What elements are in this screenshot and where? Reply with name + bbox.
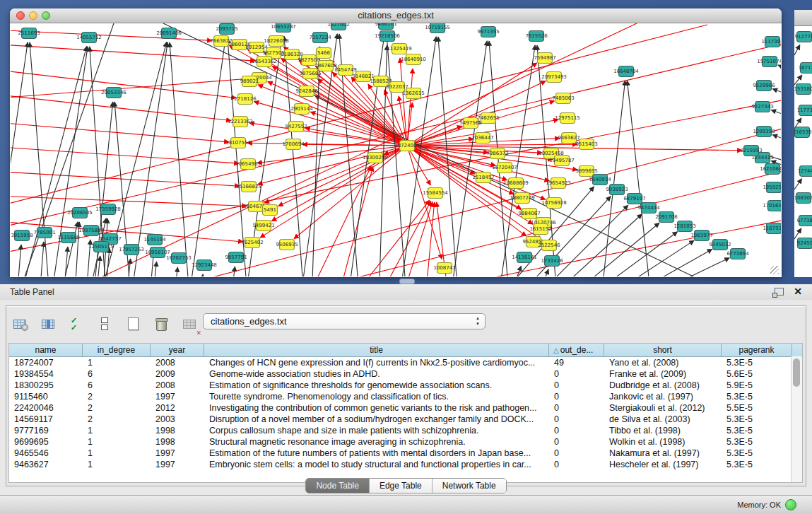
graph-node[interactable]: 18107554 bbox=[225, 138, 251, 148]
graph-node[interactable]: 8427552 bbox=[285, 122, 307, 132]
graph-node[interactable]: 19654923 bbox=[546, 178, 571, 189]
graph-node[interactable]: 153180 bbox=[794, 84, 812, 95]
graph-node[interactable]: 12923448 bbox=[192, 260, 217, 271]
graph-node[interactable]: 6879197 bbox=[623, 194, 645, 204]
tab-node-table[interactable]: Node Table bbox=[306, 479, 370, 493]
graph-node[interactable]: 20053346 bbox=[101, 88, 126, 98]
graph-node[interactable]: 15166825 bbox=[236, 182, 261, 192]
graph-node[interactable]: 9884067 bbox=[518, 209, 540, 219]
split-divider-handle[interactable] bbox=[399, 279, 415, 284]
graph-node[interactable]: 10719155 bbox=[425, 23, 450, 33]
graph-node[interactable]: 2036447 bbox=[471, 133, 493, 144]
column-header-in_degree[interactable]: in_degree bbox=[83, 344, 151, 356]
graph-node[interactable]: 7357224 bbox=[309, 33, 331, 43]
graph-node[interactable]: 15584554 bbox=[423, 188, 448, 199]
graph-node[interactable]: 9857791 bbox=[225, 252, 247, 263]
graph-node[interactable]: 2718126 bbox=[234, 94, 257, 105]
table-row[interactable]: 946362711997Embryonic stem cells: a mode… bbox=[9, 459, 802, 470]
graph-node[interactable]: 11325419 bbox=[387, 44, 412, 54]
network-canvas[interactable]: 1872400776638229860128891295418226058982… bbox=[11, 23, 781, 276]
table-row[interactable]: 1830029562008Estimation of significance … bbox=[9, 380, 802, 391]
graph-node[interactable]: 1167533 bbox=[763, 223, 781, 234]
graph-node[interactable]: 127441 bbox=[798, 166, 812, 177]
graph-node[interactable]: 9506935 bbox=[276, 240, 298, 250]
graph-node[interactable]: 1117394 bbox=[761, 37, 781, 47]
graph-node[interactable]: 5875685 bbox=[299, 69, 321, 79]
tab-edge-table[interactable]: Edge Table bbox=[370, 479, 433, 493]
graph-node[interactable]: 20691406 bbox=[156, 28, 182, 39]
graph-node[interactable]: 7615526 bbox=[525, 31, 548, 42]
graph-node[interactable]: 989021 bbox=[240, 76, 259, 87]
graph-node[interactable]: 1700694 bbox=[282, 139, 305, 150]
graph-node[interactable]: 10688609 bbox=[503, 178, 529, 189]
graph-node[interactable]: 17957253 bbox=[119, 245, 144, 255]
tab-network-table[interactable]: Network Table bbox=[433, 479, 506, 493]
column-header-name[interactable]: name bbox=[9, 344, 83, 356]
graph-node[interactable]: 7462655 bbox=[477, 113, 499, 124]
graph-node[interactable]: 1145194 bbox=[143, 235, 166, 245]
graph-node[interactable]: 15751074 bbox=[757, 57, 781, 67]
graph-node[interactable]: 912774 bbox=[795, 32, 812, 42]
toggle-rows-button[interactable] bbox=[95, 315, 114, 333]
graph-node[interactable]: 7625402 bbox=[241, 238, 263, 248]
table-row[interactable]: 1456911722003Disruption of a novel membe… bbox=[9, 414, 802, 425]
graph-node[interactable]: 10654985 bbox=[235, 159, 261, 170]
graph-node[interactable]: 12213363 bbox=[228, 117, 253, 127]
table-row[interactable]: 1872400712008Changes of HCN gene express… bbox=[9, 357, 802, 368]
graph-node[interactable]: 8215953 bbox=[740, 146, 762, 156]
graph-node[interactable]: 7986372 bbox=[486, 148, 508, 159]
graph-node[interactable]: 92450 bbox=[797, 238, 812, 249]
new-table-button[interactable] bbox=[124, 315, 142, 333]
table-row[interactable]: 946554611997Estimation of the future num… bbox=[9, 448, 802, 459]
graph-node[interactable]: 5466 bbox=[317, 48, 331, 59]
graph-node[interactable]: 15720407 bbox=[492, 163, 517, 173]
column-header-out_degree[interactable]: △out_de... bbox=[549, 344, 604, 356]
graph-node[interactable]: 16210643 bbox=[760, 164, 781, 175]
graph-node[interactable]: 1281053 bbox=[673, 221, 695, 232]
graph-node[interactable]: 7485063 bbox=[552, 93, 574, 104]
table-options-button[interactable] bbox=[11, 315, 29, 333]
table-selector-dropdown[interactable]: citations_edges.txt ▲▼ bbox=[203, 313, 486, 329]
graph-node[interactable]: 2867608 bbox=[314, 61, 336, 71]
delete-table-button[interactable] bbox=[152, 315, 170, 333]
graph-node[interactable]: 1209358 bbox=[753, 127, 775, 137]
background-network-canvas[interactable]: 9127741871131531801177392165391274411083… bbox=[794, 25, 812, 277]
graph-node[interactable]: 12975115 bbox=[555, 113, 580, 124]
graph-node[interactable]: 2903144 bbox=[290, 104, 313, 115]
vertical-scrollbar[interactable] bbox=[791, 356, 802, 482]
graph-node[interactable]: 7594987 bbox=[534, 53, 555, 64]
graph-node[interactable]: 1008747 bbox=[433, 263, 455, 274]
graph-node[interactable]: 2522546 bbox=[538, 240, 560, 251]
background-network-window[interactable]: 9127741871131531801177392165391274411083… bbox=[794, 10, 812, 277]
graph-node[interactable]: 1115680 bbox=[57, 233, 79, 243]
graph-node[interactable]: 5491 bbox=[263, 205, 278, 216]
table-row[interactable]: 969969511998Structural magnetic resonanc… bbox=[9, 436, 802, 448]
graph-node[interactable]: 2091706 bbox=[655, 212, 678, 223]
graph-node[interactable]: 7785001 bbox=[33, 228, 55, 238]
delete-column-button[interactable]: ✕ bbox=[180, 315, 199, 333]
graph-node[interactable]: 187113 bbox=[799, 63, 812, 74]
graph-node[interactable]: 9515403 bbox=[575, 139, 597, 150]
graph-node[interactable]: 10653287 bbox=[271, 23, 296, 33]
graph-node[interactable]: 6773894 bbox=[726, 249, 749, 259]
graph-node[interactable]: 16648784 bbox=[613, 66, 639, 77]
graph-node[interactable]: 2511693 bbox=[18, 28, 40, 39]
column-header-pagerank[interactable]: pagerank bbox=[722, 344, 792, 356]
graph-node[interactable]: 1959297 bbox=[763, 182, 781, 193]
graph-node[interactable]: 9227343 bbox=[751, 102, 773, 112]
column-header-short[interactable]: short bbox=[604, 344, 722, 356]
graph-node[interactable]: 1518457 bbox=[472, 173, 494, 183]
graph-node[interactable]: 9466161 bbox=[375, 23, 396, 30]
graph-node[interactable]: 9474444 bbox=[637, 203, 660, 214]
graph-node[interactable]: 9938923 bbox=[606, 185, 628, 195]
column-header-title[interactable]: title bbox=[204, 344, 549, 356]
scrollbar-thumb[interactable] bbox=[793, 358, 800, 387]
graph-node[interactable]: 1362615 bbox=[402, 88, 424, 99]
graph-node[interactable]: 108305 bbox=[794, 193, 812, 204]
graph-node[interactable]: 216539 bbox=[794, 127, 811, 138]
table-row[interactable]: 911546021997Tourette syndrome. Phenomeno… bbox=[9, 391, 802, 402]
canvas-resize-grip[interactable] bbox=[770, 266, 779, 274]
graph-node[interactable]: 1083977 bbox=[690, 230, 712, 241]
graph-node[interactable]: 9671355 bbox=[477, 27, 499, 37]
window-titlebar[interactable]: citations_edges.txt bbox=[10, 8, 782, 23]
